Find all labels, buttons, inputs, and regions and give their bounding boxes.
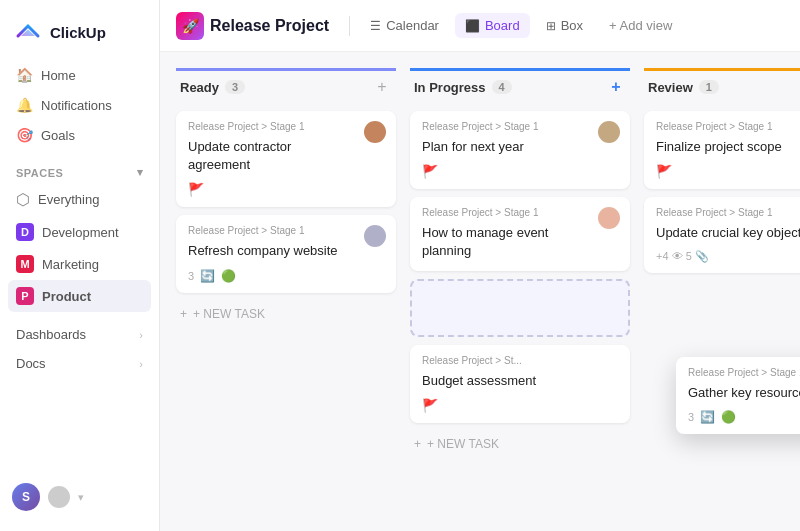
- logo-text: ClickUp: [50, 24, 106, 41]
- column-review: Review 1 + Release Project > Stage 1 Fin…: [644, 68, 800, 515]
- card-title-6: Finalize project scope: [656, 138, 800, 156]
- card-title-7: Update crucial key objectives: [656, 224, 800, 242]
- logo[interactable]: ClickUp: [0, 10, 159, 60]
- view-tab-board[interactable]: ⬛ Board: [455, 13, 530, 38]
- board-label: Board: [485, 18, 520, 33]
- box-icon: ⊞: [546, 19, 556, 33]
- card-title-4: How to manage event planning: [422, 224, 618, 260]
- nav-section: 🏠 Home 🔔 Notifications 🎯 Goals: [0, 60, 159, 150]
- column-header-in-progress: In Progress 4 +: [410, 68, 630, 103]
- user-menu-icon: ▾: [78, 491, 84, 504]
- main-content: 🚀 Release Project ☰ Calendar ⬛ Board ⊞ B…: [160, 0, 800, 531]
- floating-flag-icon: 🟢: [721, 410, 736, 424]
- floating-card-meta: Release Project > Stage 1: [688, 367, 800, 378]
- sidebar-item-docs[interactable]: Docs ›: [8, 349, 151, 378]
- column-title-ready: Ready: [180, 80, 219, 95]
- dashboards-label: Dashboards: [16, 327, 86, 342]
- sidebar: ClickUp 🏠 Home 🔔 Notifications 🎯 Goals S…: [0, 0, 160, 531]
- card-avatar-1: [364, 121, 386, 143]
- sidebar-item-development[interactable]: D Development: [8, 216, 151, 248]
- column-add-in-progress[interactable]: +: [606, 77, 626, 97]
- calendar-label: Calendar: [386, 18, 439, 33]
- card-placeholder: [410, 279, 630, 337]
- notifications-label: Notifications: [41, 98, 112, 113]
- user-area[interactable]: S ▾: [0, 473, 159, 521]
- card-footer-6: 🚩: [656, 164, 800, 179]
- card-meta-2: Release Project > Stage 1: [188, 225, 384, 236]
- development-space-icon: D: [16, 223, 34, 241]
- card-plan-next-year[interactable]: Release Project > Stage 1 Plan for next …: [410, 111, 630, 189]
- spaces-collapse-icon[interactable]: ▾: [137, 166, 144, 179]
- marketing-space-icon: M: [16, 255, 34, 273]
- floating-cycle-icon: 🔄: [700, 410, 715, 424]
- user-avatar-secondary: [48, 486, 70, 508]
- card-title: Update contractor agreement: [188, 138, 384, 174]
- spaces-list: ⬡ Everything D Development M Marketing P…: [0, 183, 159, 312]
- column-title-in-progress: In Progress: [414, 80, 486, 95]
- product-space-icon: P: [16, 287, 34, 305]
- column-in-progress: In Progress 4 + Release Project > Stage …: [410, 68, 630, 515]
- sidebar-item-product[interactable]: P Product: [8, 280, 151, 312]
- bottom-nav: Dashboards › Docs ›: [0, 320, 159, 378]
- cycle-icon: 🔄: [200, 269, 215, 283]
- card-title-5: Budget assessment: [422, 372, 618, 390]
- card-refresh-website[interactable]: Release Project > Stage 1 Refresh compan…: [176, 215, 396, 292]
- project-title: Release Project: [210, 17, 329, 35]
- page-header: 🚀 Release Project ☰ Calendar ⬛ Board ⊞ B…: [160, 0, 800, 52]
- column-count-ready: 3: [225, 80, 245, 94]
- card-budget-assessment[interactable]: Release Project > St... Budget assessmen…: [410, 345, 630, 423]
- column-count-in-progress: 4: [492, 80, 512, 94]
- new-task-plus-icon: +: [180, 307, 187, 321]
- column-header-review: Review 1 +: [644, 68, 800, 103]
- stat-count: 3: [188, 270, 194, 282]
- board-area: Ready 3 + Release Project > Stage 1 Upda…: [160, 52, 800, 531]
- new-task-label: + NEW TASK: [193, 307, 265, 321]
- header-divider: [349, 16, 350, 36]
- everything-icon: ⬡: [16, 190, 30, 209]
- sidebar-item-dashboards[interactable]: Dashboards ›: [8, 320, 151, 349]
- card-meta-4: Release Project > Stage 1: [422, 207, 618, 218]
- new-task-ready[interactable]: + + NEW TASK: [176, 301, 396, 327]
- floating-card-title: Gather key resources: [688, 384, 800, 402]
- new-task-in-progress[interactable]: + + NEW TASK: [410, 431, 630, 457]
- docs-label: Docs: [16, 356, 46, 371]
- docs-chevron-icon: ›: [139, 358, 143, 370]
- new-task-plus-icon-2: +: [414, 437, 421, 451]
- card-update-contractor[interactable]: Release Project > Stage 1 Update contrac…: [176, 111, 396, 207]
- status-green-icon: 🟢: [221, 269, 236, 283]
- card-finalize-scope[interactable]: Release Project > Stage 1 Finalize proje…: [644, 111, 800, 189]
- card-manage-event[interactable]: Release Project > Stage 1 How to manage …: [410, 197, 630, 270]
- development-label: Development: [42, 225, 119, 240]
- card-meta-6: Release Project > Stage 1: [656, 121, 800, 132]
- column-count-review: 1: [699, 80, 719, 94]
- sidebar-item-everything[interactable]: ⬡ Everything: [8, 183, 151, 216]
- card-footer-3: 🚩: [422, 164, 618, 179]
- project-icon: 🚀: [176, 12, 204, 40]
- dashboards-chevron-icon: ›: [139, 329, 143, 341]
- home-icon: 🏠: [16, 67, 33, 83]
- sidebar-item-goals[interactable]: 🎯 Goals: [8, 120, 151, 150]
- sidebar-item-notifications[interactable]: 🔔 Notifications: [8, 90, 151, 120]
- flag-icon-3: 🚩: [422, 164, 438, 179]
- view-tab-box[interactable]: ⊞ Box: [536, 13, 593, 38]
- card-meta-7: Release Project > Stage 1: [656, 207, 800, 218]
- card-update-objectives[interactable]: Release Project > Stage 1 Update crucial…: [644, 197, 800, 273]
- card-footer-5: 🚩: [422, 398, 618, 413]
- marketing-label: Marketing: [42, 257, 99, 272]
- board-icon: ⬛: [465, 19, 480, 33]
- add-view-button[interactable]: + Add view: [599, 13, 682, 38]
- goals-label: Goals: [41, 128, 75, 143]
- card-title-3: Plan for next year: [422, 138, 618, 156]
- add-view-label: + Add view: [609, 18, 672, 33]
- user-avatar: S: [12, 483, 40, 511]
- spaces-title: Spaces: [16, 167, 63, 179]
- card-stats-2: 3 🔄 🟢: [188, 269, 384, 283]
- card-extras-7: +4 👁 5 📎: [656, 250, 800, 263]
- sidebar-item-marketing[interactable]: M Marketing: [8, 248, 151, 280]
- view-tab-calendar[interactable]: ☰ Calendar: [360, 13, 449, 38]
- sidebar-item-home[interactable]: 🏠 Home: [8, 60, 151, 90]
- card-floating[interactable]: ✛ Release Project > Stage 1 Gather key r…: [676, 357, 800, 434]
- column-ready: Ready 3 + Release Project > Stage 1 Upda…: [176, 68, 396, 515]
- column-title-review: Review: [648, 80, 693, 95]
- column-add-ready[interactable]: +: [372, 77, 392, 97]
